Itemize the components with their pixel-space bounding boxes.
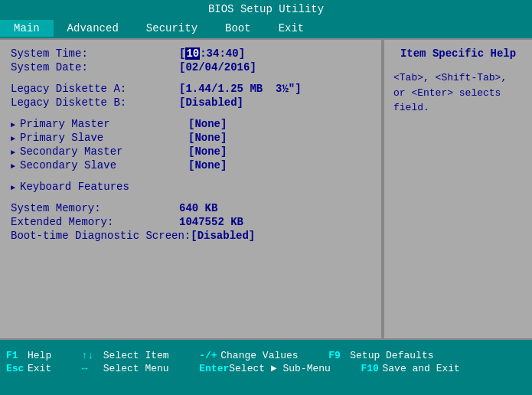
menu-item-main[interactable]: Main [0,20,54,37]
keyboard-features-label: Keyboard Features [20,181,188,193]
legacy-diskette-b-row: Legacy Diskette B: [Disabled] [11,96,370,109]
primary-master-value: [None] [188,118,227,130]
system-time-value[interactable]: [10:34:40] [179,47,245,60]
keyboard-features-row[interactable]: ► Keyboard Features [11,181,370,193]
app-title: BIOS Setup Utility [208,3,324,15]
arrow-icon-secondary-slave: ► [11,162,15,171]
system-time-row: System Time: [10:34:40] [11,47,370,60]
key-esc: Esc [6,363,28,374]
system-memory-value: 640 KB [179,202,217,214]
secondary-master-row[interactable]: ► Secondary Master [None] [11,145,370,158]
menu-bar: Main Advanced Security Boot Exit [0,18,532,38]
system-date-value[interactable]: [02/04/2016] [179,61,256,73]
system-time-label: System Time: [11,47,179,60]
primary-master-label: Primary Master [20,118,188,130]
gap2 [11,110,370,118]
primary-master-row[interactable]: ► Primary Master [None] [11,118,370,130]
menu-item-security[interactable]: Security [132,20,211,37]
secondary-slave-value: [None] [188,159,227,171]
secondary-master-value: [None] [188,145,227,158]
system-memory-label: System Memory: [11,202,179,214]
key-leftright: ↔ [82,363,103,374]
legacy-diskette-a-label: Legacy Diskette A: [11,83,179,95]
arrow-icon-keyboard: ► [11,184,15,192]
gap4 [11,194,370,202]
legacy-diskette-a-value[interactable]: [1.44/1.25 MB 3½"] [179,83,302,95]
key-f9: F9 [328,350,350,361]
arrow-icon-primary-master: ► [11,121,15,129]
key-f1: F1 [6,350,28,361]
desc-exit: Exit [28,363,64,374]
menu-item-exit[interactable]: Exit [265,20,318,37]
arrow-icon-secondary-master: ► [11,149,15,157]
title-bar: BIOS Setup Utility [0,0,532,18]
boot-diag-row: Boot-time Diagnostic Screen: [Disabled] [11,230,370,242]
desc-help: Help [28,350,64,361]
secondary-master-label: Secondary Master [20,145,188,158]
help-title: Item Specific Help [393,47,523,60]
arrow-icon-primary-slave: ► [11,135,15,143]
secondary-slave-row[interactable]: ► Secondary Slave [None] [11,159,370,171]
system-date-label: System Date: [11,61,179,73]
menu-item-advanced[interactable]: Advanced [54,20,132,37]
primary-slave-label: Primary Slave [20,132,188,144]
desc-change-values: Change Values [220,350,310,361]
desc-setup-defaults: Setup Defaults [350,350,433,361]
legacy-diskette-b-label: Legacy Diskette B: [11,96,179,109]
gap1 [11,75,370,83]
legacy-diskette-a-row: Legacy Diskette A: [1.44/1.25 MB 3½"] [11,83,370,95]
legacy-diskette-b-value[interactable]: [Disabled] [179,96,243,109]
status-bar: F1 Help ↑↓ Select Item -/+ Change Values… [0,340,532,386]
desc-select-submenu: Select ► Sub-Menu [229,363,342,374]
system-memory-row: System Memory: 640 KB [11,202,370,214]
status-row-1: F1 Help ↑↓ Select Item -/+ Change Values… [6,350,526,361]
left-panel: System Time: [10:34:40] System Date: [02… [0,40,381,338]
desc-select-item: Select Item [103,350,181,361]
key-plusminus: -/+ [199,350,220,361]
secondary-slave-label: Secondary Slave [20,159,188,171]
boot-diag-label: Boot-time Diagnostic Screen: [11,230,191,242]
key-updown: ↑↓ [82,350,103,361]
right-panel: Item Specific Help <Tab>, <Shift-Tab>, o… [383,40,532,338]
system-date-row: System Date: [02/04/2016] [11,61,370,73]
time-hour[interactable]: 10 [185,47,200,60]
key-f10: F10 [361,363,382,374]
desc-select-menu: Select Menu [103,363,181,374]
primary-slave-row[interactable]: ► Primary Slave [None] [11,132,370,144]
extended-memory-value: 1047552 KB [179,216,243,228]
main-content: System Time: [10:34:40] System Date: [02… [0,40,532,338]
extended-memory-label: Extended Memory: [11,216,179,228]
primary-slave-value: [None] [188,132,227,144]
boot-diag-value[interactable]: [Disabled] [191,230,255,242]
help-text: <Tab>, <Shift-Tab>, or <Enter> selects f… [393,70,523,116]
key-enter: Enter [199,363,229,374]
extended-memory-row: Extended Memory: 1047552 KB [11,216,370,228]
gap3 [11,173,370,181]
desc-save-exit: Save and Exit [382,363,459,374]
status-row-2: Esc Exit ↔ Select Menu Enter Select ► Su… [6,363,526,374]
menu-item-boot[interactable]: Boot [211,20,265,37]
